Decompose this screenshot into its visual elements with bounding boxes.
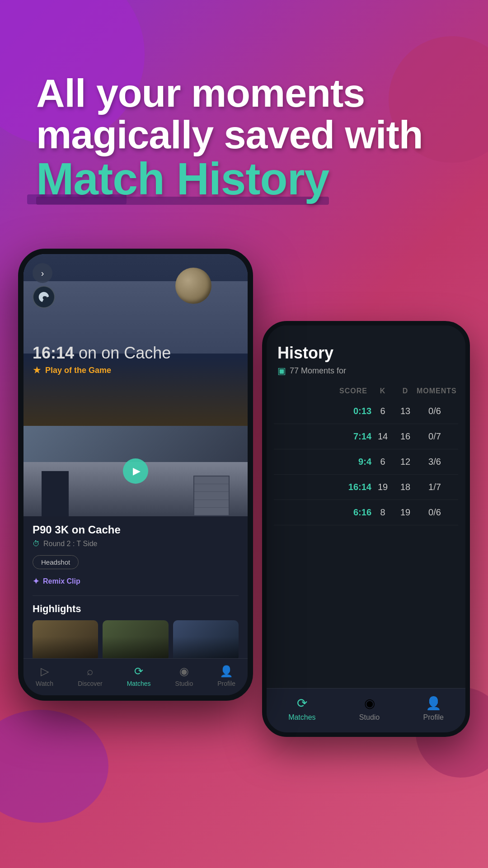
phones-container: History ▣ 77 Moments for SCORE K D MOMEN… (18, 249, 470, 868)
front-video-area: › 16:14 on on Cache ★ Play of the Game (23, 254, 248, 426)
studio-label: Studio (359, 713, 380, 722)
remix-button[interactable]: ✦ Remix Clip (33, 576, 239, 586)
row-score: 0:13 (335, 406, 371, 416)
highlights-section: Highlights (33, 603, 239, 658)
matches-icon: ⟳ (297, 696, 307, 711)
table-row[interactable]: 7:14 14 16 0/7 (274, 424, 458, 449)
clip-content: P90 3K on Cache ⏱ Round 2 : T Side Heads… (23, 516, 248, 658)
phone-back: History ▣ 77 Moments for SCORE K D MOMEN… (262, 321, 470, 737)
second-video[interactable]: ▶ (23, 426, 248, 516)
headline-container: All your moments magically saved with Ma… (36, 72, 452, 201)
highlight-thumb-3[interactable] (173, 620, 239, 658)
row-score: 16:14 (335, 482, 371, 492)
star-icon: ★ (33, 364, 42, 376)
nav-item-watch[interactable]: ▷ Watch (36, 665, 53, 687)
table-row[interactable]: 6:16 8 19 0/6 (274, 500, 458, 525)
shutter-line (194, 492, 229, 500)
clock-icon: ⏱ (33, 540, 40, 548)
profile-label: Profile (423, 713, 444, 722)
match-map: on on Cache (79, 344, 171, 362)
nav-item-matches[interactable]: ⟳ Matches (127, 665, 151, 687)
highlight-thumb-1[interactable] (33, 620, 98, 658)
row-score: 7:14 (335, 431, 371, 442)
remix-icon: ✦ (33, 576, 39, 586)
discover-icon: ⌕ (87, 665, 93, 678)
row-k: 19 (371, 482, 394, 492)
table-row[interactable]: 0:13 6 13 0/6 (274, 399, 458, 424)
row-moments: 0/7 (417, 431, 453, 442)
row-moments: 3/6 (417, 457, 453, 467)
shutter-line (194, 508, 229, 515)
nav-item-discover[interactable]: ⌕ Discover (78, 665, 102, 687)
headshot-tag[interactable]: Headshot (33, 555, 79, 569)
row-k: 14 (371, 431, 394, 442)
thumb-overlay (33, 620, 98, 658)
profile-label: Profile (217, 680, 235, 687)
match-info: 16:14 on on Cache ★ Play of the Game (33, 344, 171, 376)
row-score: 9:4 (335, 457, 371, 467)
profile-icon: 👤 (220, 665, 233, 678)
table-row[interactable]: 16:14 19 18 1/7 (274, 475, 458, 500)
discover-label: Discover (78, 680, 102, 687)
play-button[interactable]: ▶ (123, 458, 148, 484)
steam-button[interactable] (33, 286, 55, 308)
shutter-line (194, 484, 229, 492)
row-k: 6 (371, 457, 394, 467)
col-headers: SCORE K D MOMENTS (274, 383, 458, 399)
shutter-lines (194, 476, 229, 515)
highlight-thumb-2[interactable] (103, 620, 168, 658)
headline-line2: magically saved with (36, 114, 452, 156)
watch-icon: ▷ (41, 665, 49, 678)
moments-icon: ▣ (277, 365, 286, 376)
match-badge: ★ Play of the Game (33, 364, 171, 376)
history-subtitle: ▣ 77 Moments for (277, 365, 455, 376)
scene2-shutter (193, 476, 230, 516)
phone-front: › 16:14 on on Cache ★ Play of the Game (18, 249, 253, 701)
col-d: D (394, 387, 417, 395)
row-moments: 0/6 (417, 507, 453, 518)
scene2-door (42, 471, 69, 516)
col-score: SCORE (335, 387, 371, 395)
watch-label: Watch (36, 680, 53, 687)
row-d: 13 (394, 406, 417, 416)
nav-item-profile[interactable]: 👤 Profile (423, 696, 444, 722)
history-subtitle-text: 77 Moments for (290, 366, 346, 376)
row-k: 6 (371, 406, 394, 416)
matches-label: Matches (288, 713, 315, 722)
svg-point-1 (44, 296, 47, 299)
matches-icon: ⟳ (134, 665, 143, 678)
back-button[interactable]: › (33, 263, 52, 283)
row-score: 6:16 (335, 507, 371, 518)
shutter-line (194, 476, 229, 484)
table-row[interactable]: 9:4 6 12 3/6 (274, 449, 458, 475)
row-d: 19 (394, 507, 417, 518)
scene-mid (23, 281, 248, 354)
steam-icon (37, 290, 51, 304)
row-d: 18 (394, 482, 417, 492)
headline-line3: Match History (36, 156, 329, 201)
phone-back-screen: History ▣ 77 Moments for SCORE K D MOMEN… (267, 326, 465, 732)
studio-icon: ◉ (179, 665, 189, 678)
headline-line1: All your moments (36, 72, 452, 114)
nav-item-profile[interactable]: 👤 Profile (217, 665, 235, 687)
highlights-title: Highlights (33, 603, 239, 615)
studio-icon: ◉ (364, 696, 375, 711)
nav-item-studio[interactable]: ◉ Studio (359, 696, 380, 722)
phone-front-screen: › 16:14 on on Cache ★ Play of the Game (23, 254, 248, 695)
front-nav: ▷ Watch ⌕ Discover ⟳ Matches ◉ Studio 👤 (23, 658, 248, 695)
clip-round: Round 2 : T Side (43, 540, 98, 548)
studio-label: Studio (175, 680, 193, 687)
history-header: History ▣ 77 Moments for (267, 326, 465, 383)
remix-label: Remix Clip (43, 577, 80, 585)
match-time: 16:14 on on Cache (33, 344, 171, 363)
col-moments: MOMENTS (417, 387, 453, 395)
nav-item-matches[interactable]: ⟳ Matches (288, 696, 315, 722)
history-table: SCORE K D MOMENTS 0:13 6 13 0/6 7:14 14 … (267, 383, 465, 688)
matches-label: Matches (127, 680, 151, 687)
badge-text: Play of the Game (45, 366, 111, 375)
history-title: History (277, 344, 455, 363)
back-phone-nav: ⟳ Matches ◉ Studio 👤 Profile (267, 688, 465, 732)
scene-grenade (175, 268, 211, 304)
row-moments: 1/7 (417, 482, 453, 492)
nav-item-studio[interactable]: ◉ Studio (175, 665, 193, 687)
